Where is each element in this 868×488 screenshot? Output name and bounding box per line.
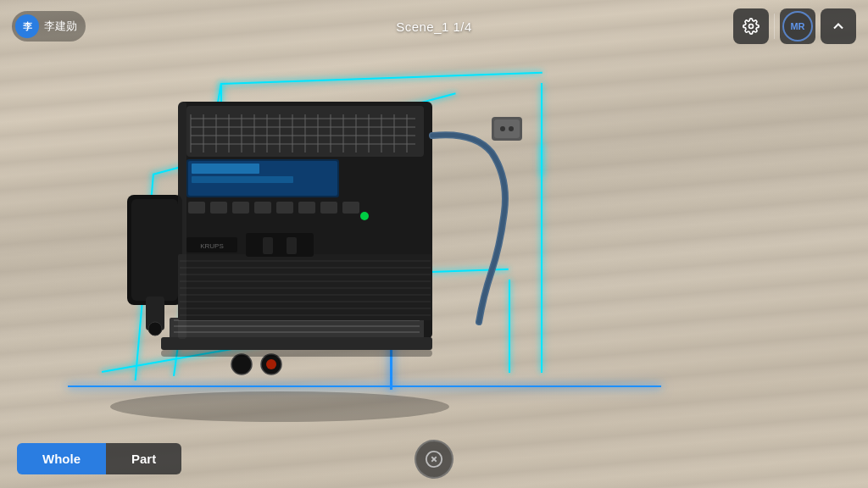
svg-point-1 bbox=[110, 391, 449, 422]
user-name: 李建勋 bbox=[44, 19, 77, 34]
top-right-controls: MR bbox=[733, 8, 856, 44]
svg-point-58 bbox=[231, 354, 252, 374]
svg-rect-71 bbox=[161, 350, 432, 357]
svg-rect-47 bbox=[161, 337, 432, 350]
svg-rect-34 bbox=[276, 202, 293, 214]
collapse-button[interactable] bbox=[821, 8, 856, 44]
part-button[interactable]: Part bbox=[106, 443, 181, 474]
scene-area: KRUPS bbox=[0, 0, 868, 488]
svg-rect-65 bbox=[494, 119, 520, 138]
top-bar: 李 李建勋 Scene_1 1/4 MR bbox=[0, 0, 868, 53]
avatar: 李 bbox=[15, 14, 39, 38]
svg-point-38 bbox=[360, 212, 369, 220]
svg-point-0 bbox=[749, 25, 754, 29]
svg-rect-33 bbox=[254, 202, 271, 214]
chevron-up-icon bbox=[830, 18, 847, 35]
svg-rect-37 bbox=[342, 202, 359, 214]
svg-point-42 bbox=[148, 322, 162, 336]
close-circle-icon bbox=[425, 450, 443, 469]
bottom-controls: Whole Part bbox=[0, 443, 868, 474]
svg-rect-36 bbox=[320, 202, 337, 214]
mode-buttons: Whole Part bbox=[17, 443, 181, 474]
svg-rect-32 bbox=[232, 202, 249, 214]
divider bbox=[774, 14, 775, 39]
svg-rect-40 bbox=[131, 199, 178, 301]
svg-point-60 bbox=[266, 359, 276, 369]
settings-button[interactable] bbox=[733, 8, 769, 44]
gear-icon bbox=[743, 18, 760, 35]
close-button[interactable] bbox=[415, 440, 453, 479]
svg-rect-61 bbox=[246, 233, 314, 257]
whole-button[interactable]: Whole bbox=[17, 443, 106, 474]
svg-rect-29 bbox=[192, 176, 293, 183]
coffee-machine: KRUPS bbox=[76, 68, 551, 424]
mr-badge: MR bbox=[782, 11, 813, 42]
mr-button[interactable]: MR bbox=[780, 8, 815, 44]
svg-rect-30 bbox=[188, 202, 205, 214]
svg-rect-62 bbox=[263, 237, 273, 254]
svg-rect-70 bbox=[178, 102, 186, 339]
app-container: 李 李建勋 Scene_1 1/4 MR bbox=[0, 0, 868, 488]
svg-rect-48 bbox=[178, 254, 432, 320]
svg-point-67 bbox=[509, 126, 514, 131]
svg-rect-31 bbox=[210, 202, 227, 214]
svg-rect-63 bbox=[287, 237, 297, 254]
scene-label: Scene_1 1/4 bbox=[396, 19, 472, 34]
svg-point-66 bbox=[500, 126, 505, 131]
svg-rect-35 bbox=[298, 202, 315, 214]
svg-text:KRUPS: KRUPS bbox=[200, 242, 224, 250]
user-badge: 李 李建勋 bbox=[12, 11, 86, 42]
svg-rect-28 bbox=[192, 164, 259, 174]
